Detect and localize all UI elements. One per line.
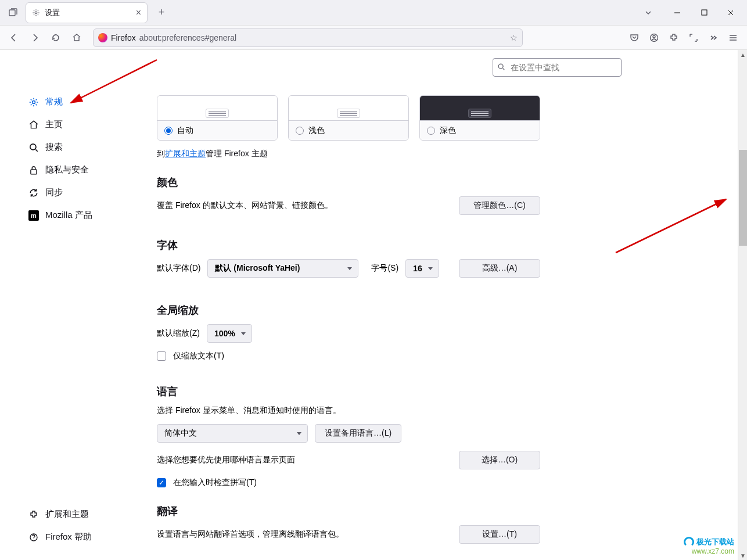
- sidebar-item-label: 常规: [45, 96, 63, 107]
- overflow-icon[interactable]: [704, 28, 723, 47]
- colors-description: 覆盖 Firefox 的默认文本、网站背景、链接颜色。: [157, 200, 333, 211]
- main-area: 常规 主页 搜索 隐私与安全 同步 m Mozilla 产品: [0, 50, 738, 560]
- window-minimize[interactable]: [665, 4, 690, 21]
- theme-link-line: 到扩展和主题管理 Firefox 主题: [157, 149, 540, 159]
- spellcheck-checkbox[interactable]: ✓: [157, 478, 166, 487]
- radio-icon: [296, 127, 304, 135]
- sidebar-item-help[interactable]: Firefox 帮助: [0, 526, 134, 548]
- window-maximize[interactable]: [691, 4, 717, 21]
- sidebar-item-label: 隐私与安全: [45, 164, 89, 175]
- sidebar-item-general[interactable]: 常规: [0, 91, 134, 113]
- list-all-tabs-button[interactable]: [639, 3, 658, 22]
- svg-point-4: [653, 35, 655, 38]
- home-icon: [28, 119, 39, 131]
- theme-option-light[interactable]: 浅色: [288, 95, 409, 141]
- account-icon[interactable]: [645, 28, 663, 47]
- sidebar-item-label: 主页: [45, 119, 63, 130]
- window-close[interactable]: [718, 4, 744, 21]
- reload-button[interactable]: [46, 28, 65, 47]
- url-text: about:preferences#general: [139, 33, 236, 42]
- theme-label: 自动: [177, 125, 193, 136]
- svg-point-5: [33, 100, 35, 103]
- svg-rect-2: [702, 10, 707, 15]
- settings-search: [493, 58, 622, 77]
- search-icon: [497, 63, 505, 73]
- screenshot-icon[interactable]: [684, 28, 703, 47]
- default-font-select[interactable]: 默认 (Microsoft YaHei): [207, 259, 358, 278]
- url-bar[interactable]: Firefox about:preferences#general ☆: [93, 28, 523, 47]
- tab-title: 设置: [45, 8, 60, 18]
- sync-icon: [28, 187, 39, 199]
- svg-rect-0: [9, 10, 15, 16]
- close-icon[interactable]: ×: [136, 8, 141, 18]
- translate-settings-button[interactable]: 设置…(T): [459, 525, 540, 544]
- default-zoom-select[interactable]: 100%: [207, 324, 252, 343]
- menu-icon[interactable]: [724, 28, 742, 47]
- radio-icon: [427, 127, 435, 135]
- theme-selector: 自动 浅色 深色: [157, 95, 540, 141]
- radio-icon: [164, 127, 173, 135]
- back-button[interactable]: [5, 28, 23, 47]
- gear-icon: [28, 96, 39, 108]
- svg-point-6: [30, 143, 36, 149]
- zoom-text-only-checkbox[interactable]: [157, 351, 166, 361]
- theme-option-dark[interactable]: 深色: [419, 95, 540, 141]
- sidebar-item-label: Mozilla 产品: [45, 210, 92, 221]
- manage-colors-button[interactable]: 管理颜色…(C): [459, 196, 540, 215]
- extensions-themes-link[interactable]: 扩展和主题: [165, 149, 206, 158]
- lock-icon: [28, 164, 39, 176]
- section-heading-colors: 颜色: [157, 175, 540, 189]
- font-size-select[interactable]: 16: [405, 259, 439, 278]
- settings-sidebar: 常规 主页 搜索 隐私与安全 同步 m Mozilla 产品: [0, 50, 134, 560]
- puzzle-icon: [28, 509, 39, 520]
- navbar: Firefox about:preferences#general ☆: [0, 26, 747, 50]
- vertical-scrollbar[interactable]: ▲ ▼: [738, 50, 747, 560]
- translate-description: 设置语言与网站翻译首选项，管理离线翻译语言包。: [157, 529, 344, 540]
- section-heading-translate: 翻译: [157, 504, 540, 518]
- sidebar-item-privacy[interactable]: 隐私与安全: [0, 159, 134, 181]
- default-font-label: 默认字体(D): [157, 263, 200, 274]
- choose-languages-button[interactable]: 选择…(O): [459, 451, 540, 469]
- scroll-down-arrow[interactable]: ▼: [738, 551, 747, 560]
- language-description: 选择 Firefox 显示菜单、消息和通知时使用的语言。: [157, 405, 341, 416]
- mozilla-icon: m: [28, 210, 39, 221]
- webpage-language-description: 选择您想要优先使用哪种语言显示页面: [157, 455, 295, 465]
- section-heading-fonts: 字体: [157, 238, 540, 252]
- sidebar-item-search[interactable]: 搜索: [0, 136, 134, 159]
- svg-rect-7: [31, 169, 37, 174]
- advanced-fonts-button[interactable]: 高级…(A): [459, 259, 540, 278]
- pocket-icon[interactable]: [625, 28, 644, 47]
- identity-label: Firefox: [111, 33, 136, 42]
- theme-option-auto[interactable]: 自动: [157, 95, 278, 141]
- recent-browsing-icon[interactable]: [3, 3, 22, 22]
- home-button[interactable]: [67, 28, 86, 47]
- svg-point-9: [498, 64, 503, 69]
- set-alternatives-button[interactable]: 设置备用语言…(L): [315, 424, 401, 443]
- font-size-label: 字号(S): [371, 263, 398, 274]
- default-zoom-label: 默认缩放(Z): [157, 328, 200, 339]
- search-icon: [28, 142, 39, 153]
- sidebar-item-label: 同步: [45, 187, 63, 198]
- sidebar-item-sync[interactable]: 同步: [0, 181, 134, 204]
- extensions-icon[interactable]: [665, 28, 683, 47]
- sidebar-item-extensions[interactable]: 扩展和主题: [0, 503, 134, 526]
- watermark: 极光下载站 www.xz7.com: [684, 537, 734, 555]
- forward-button[interactable]: [26, 28, 44, 47]
- svg-point-1: [35, 12, 37, 14]
- spellcheck-label: 在您输入时检查拼写(T): [173, 478, 257, 488]
- new-tab-button[interactable]: +: [153, 5, 170, 21]
- section-heading-zoom: 全局缩放: [157, 303, 540, 317]
- sidebar-item-mozilla[interactable]: m Mozilla 产品: [0, 204, 134, 227]
- section-heading-language: 语言: [157, 385, 540, 399]
- language-select[interactable]: 简体中文: [157, 424, 308, 443]
- help-icon: [28, 532, 39, 543]
- settings-search-input[interactable]: [493, 58, 622, 77]
- sidebar-item-label: Firefox 帮助: [45, 532, 92, 543]
- theme-label: 深色: [440, 125, 456, 136]
- scroll-up-arrow[interactable]: ▲: [738, 50, 747, 59]
- firefox-icon: [98, 33, 107, 42]
- scrollbar-thumb[interactable]: [739, 150, 747, 246]
- sidebar-item-home[interactable]: 主页: [0, 113, 134, 136]
- browser-tab[interactable]: 设置 ×: [26, 2, 148, 23]
- bookmark-star-icon[interactable]: ☆: [510, 33, 518, 42]
